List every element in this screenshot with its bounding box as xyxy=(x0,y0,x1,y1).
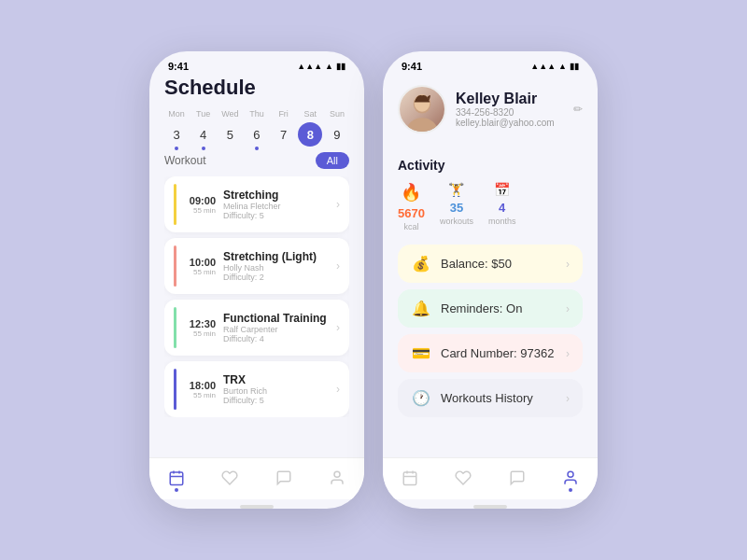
workout-trainer-4: Burton Rich xyxy=(223,386,329,396)
stat-kcal: 🔥 5670 kcal xyxy=(398,182,425,231)
stat-workouts-label: workouts xyxy=(440,217,473,226)
workout-trainer-3: Ralf Carpenter xyxy=(223,325,329,334)
menu-card-history[interactable]: 🕐 Workouts History › xyxy=(398,379,583,417)
workout-item-stretching-light[interactable]: 10:00 55 min Stretching (Light) Holly Na… xyxy=(164,238,349,294)
menu-card-card[interactable]: 💳 Card Number: 97362 › xyxy=(398,334,583,372)
cal-date-9[interactable]: 9 xyxy=(325,122,349,147)
status-icons-2: ▲▲▲ ▲ ▮▮ xyxy=(530,62,579,71)
home-indicator-1 xyxy=(240,505,274,509)
stat-months-value: 4 xyxy=(499,201,505,215)
workout-item-stretching[interactable]: 09:00 55 min Stretching Melina Fletcher … xyxy=(164,176,349,232)
activity-title: Activity xyxy=(398,158,583,173)
avatar-image xyxy=(400,87,444,132)
chevron-icon-1: › xyxy=(336,198,340,211)
profile-header: Kelley Blair 334-256-8320 kelley.blair@y… xyxy=(398,85,583,133)
workout-time-value-4: 18:00 xyxy=(184,380,216,391)
stat-workouts: 🏋 35 workouts xyxy=(440,182,473,231)
cal-date-6[interactable]: 6 xyxy=(245,122,269,147)
svg-rect-0 xyxy=(170,472,183,485)
workout-duration-4: 55 min xyxy=(184,391,216,399)
calendar-dates: 3 4 5 6 7 8 9 xyxy=(164,122,349,147)
cal-day-thu: Thu xyxy=(245,109,269,119)
stat-kcal-label: kcal xyxy=(403,222,418,231)
workout-item-functional[interactable]: 12:30 55 min Functional Training Ralf Ca… xyxy=(164,300,349,356)
nav-calendar-2[interactable] xyxy=(400,468,420,488)
workout-difficulty-2: Difficulty: 2 xyxy=(223,273,329,282)
signal-icon: ▲▲▲ xyxy=(297,62,322,71)
workout-info-1: Stretching Melina Fletcher Difficulty: 5 xyxy=(223,189,329,220)
schedule-content: Schedule Mon Tue Wed Thu Fri Sat Sun 3 4… xyxy=(149,76,364,457)
workout-name-3: Functional Training xyxy=(223,312,329,325)
workout-name-2: Stretching (Light) xyxy=(223,250,329,263)
reminders-label: Reminders: On xyxy=(441,301,557,315)
edit-icon[interactable]: ✏ xyxy=(573,103,583,116)
svg-point-6 xyxy=(406,118,437,133)
workout-color-bar-4 xyxy=(174,369,176,410)
chevron-icon-4: › xyxy=(336,383,340,396)
nav-chat-2[interactable] xyxy=(507,468,528,488)
history-chevron: › xyxy=(566,392,570,405)
phones-container: 9:41 ▲▲▲ ▲ ▮▮ Schedule Mon Tue Wed Thu F… xyxy=(149,51,598,509)
nav-chat-1[interactable] xyxy=(274,468,294,488)
bottom-nav-2 xyxy=(383,457,598,499)
workout-item-trx[interactable]: 18:00 55 min TRX Burton Rich Difficulty:… xyxy=(164,361,349,417)
workout-duration-2: 55 min xyxy=(184,268,216,276)
cal-day-sun: Sun xyxy=(325,109,349,119)
cal-date-3[interactable]: 3 xyxy=(164,122,189,147)
stat-kcal-value: 5670 xyxy=(398,206,425,220)
profile-email: kelley.blair@yahoo.com xyxy=(456,118,564,128)
status-bar-2: 9:41 ▲▲▲ ▲ ▮▮ xyxy=(383,51,598,76)
cal-date-7[interactable]: 7 xyxy=(272,122,296,147)
workout-duration-3: 55 min xyxy=(184,329,216,338)
workout-color-bar-1 xyxy=(174,184,176,225)
menu-card-balance[interactable]: 💰 Balance: $50 › xyxy=(398,245,583,283)
balance-chevron: › xyxy=(566,258,570,271)
nav-calendar-1[interactable] xyxy=(166,468,187,488)
stat-workouts-value: 35 xyxy=(450,201,463,215)
dumbbell-icon: 🏋 xyxy=(448,182,464,197)
bottom-nav-1 xyxy=(149,457,364,499)
workout-difficulty-1: Difficulty: 5 xyxy=(223,211,329,220)
calendar-icon-stat: 📅 xyxy=(494,182,510,197)
svg-point-4 xyxy=(334,471,340,477)
cal-day-wed: Wed xyxy=(218,109,242,119)
menu-card-reminders[interactable]: 🔔 Reminders: On › xyxy=(398,289,583,328)
profile-name: Kelley Blair xyxy=(456,91,564,107)
svg-rect-8 xyxy=(403,472,416,485)
nav-heart-2[interactable] xyxy=(453,468,473,488)
card-icon: 💳 xyxy=(411,344,431,362)
cal-day-tue: Tue xyxy=(191,109,216,119)
workout-time-value-2: 10:00 xyxy=(184,257,216,268)
nav-person-2[interactable] xyxy=(560,468,581,488)
cal-day-mon: Mon xyxy=(164,109,189,119)
filter-all-button[interactable]: All xyxy=(316,152,349,169)
flame-icon: 🔥 xyxy=(401,182,421,203)
signal-icon-2: ▲▲▲ xyxy=(530,62,556,71)
wifi-icon: ▲ xyxy=(325,62,333,71)
bell-icon: 🔔 xyxy=(411,300,431,317)
cal-date-4[interactable]: 4 xyxy=(191,122,216,147)
reminders-chevron: › xyxy=(566,302,570,315)
activity-section: Activity 🔥 5670 kcal 🏋 35 workouts 📅 4 m… xyxy=(383,158,598,231)
workout-duration-1: 55 min xyxy=(184,206,216,215)
history-icon: 🕐 xyxy=(411,389,431,407)
stat-months: 📅 4 months xyxy=(488,182,516,231)
schedule-title: Schedule xyxy=(164,76,349,100)
balance-label: Balance: $50 xyxy=(441,257,557,271)
wifi-icon-2: ▲ xyxy=(558,62,567,71)
cal-date-5[interactable]: 5 xyxy=(218,122,242,147)
profile-phone: 334-256-8320 xyxy=(456,107,564,118)
phone-profile: 9:41 ▲▲▲ ▲ ▮▮ xyxy=(383,51,598,509)
cal-date-8[interactable]: 8 xyxy=(298,122,322,147)
profile-section: Kelley Blair 334-256-8320 kelley.blair@y… xyxy=(383,76,598,158)
chevron-icon-3: › xyxy=(336,321,340,334)
workout-list: 09:00 55 min Stretching Melina Fletcher … xyxy=(164,176,349,417)
avatar xyxy=(398,85,446,133)
workout-color-bar-2 xyxy=(174,245,176,287)
card-chevron: › xyxy=(566,347,570,360)
battery-icon: ▮▮ xyxy=(336,62,345,71)
nav-heart-1[interactable] xyxy=(219,468,240,488)
nav-person-1[interactable] xyxy=(327,468,347,488)
workout-name-4: TRX xyxy=(223,373,329,386)
phone-schedule: 9:41 ▲▲▲ ▲ ▮▮ Schedule Mon Tue Wed Thu F… xyxy=(149,51,364,509)
